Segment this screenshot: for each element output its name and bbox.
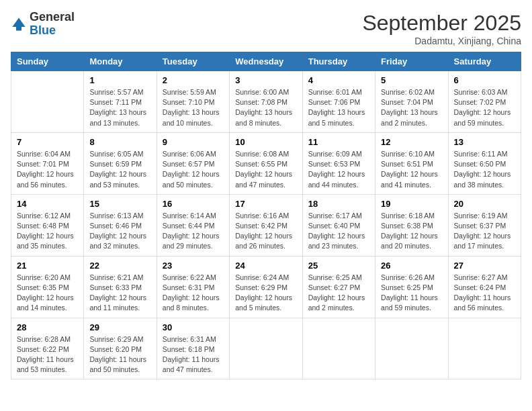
day-header-sunday: Sunday [11, 52, 84, 71]
calendar-cell: 13Sunrise: 6:11 AMSunset: 6:50 PMDayligh… [448, 132, 521, 194]
day-number: 10 [235, 137, 296, 147]
calendar-cell: 30Sunrise: 6:31 AMSunset: 6:18 PMDayligh… [157, 318, 229, 379]
day-number: 16 [163, 199, 224, 209]
logo-text: General Blue [30, 11, 75, 38]
day-number: 22 [89, 261, 150, 271]
day-number: 29 [89, 322, 150, 332]
day-number: 8 [89, 137, 150, 147]
calendar-cell: 14Sunrise: 6:12 AMSunset: 6:48 PMDayligh… [11, 194, 84, 256]
calendar-cell: 7Sunrise: 6:04 AMSunset: 7:01 PMDaylight… [11, 132, 84, 194]
cell-content: Sunrise: 6:00 AMSunset: 7:08 PMDaylight:… [235, 87, 296, 128]
cell-content: Sunrise: 6:13 AMSunset: 6:46 PMDaylight:… [89, 211, 150, 252]
cell-content: Sunrise: 6:24 AMSunset: 6:29 PMDaylight:… [235, 273, 296, 314]
day-header-wednesday: Wednesday [230, 52, 302, 71]
calendar-cell: 1Sunrise: 5:57 AMSunset: 7:11 PMDaylight… [84, 71, 157, 133]
day-header-monday: Monday [84, 52, 157, 71]
day-number: 7 [17, 137, 78, 147]
day-number: 26 [381, 261, 442, 271]
month-title: September 2025 [362, 11, 521, 36]
calendar-cell: 16Sunrise: 6:14 AMSunset: 6:44 PMDayligh… [157, 194, 229, 256]
calendar-cell [448, 318, 521, 379]
calendar-cell [11, 71, 84, 133]
cell-content: Sunrise: 6:09 AMSunset: 6:53 PMDaylight:… [308, 149, 369, 190]
day-number: 18 [308, 199, 369, 209]
calendar-cell: 26Sunrise: 6:26 AMSunset: 6:25 PMDayligh… [375, 256, 448, 318]
cell-content: Sunrise: 6:17 AMSunset: 6:40 PMDaylight:… [308, 211, 369, 252]
day-header-friday: Friday [375, 52, 448, 71]
calendar-cell: 17Sunrise: 6:16 AMSunset: 6:42 PMDayligh… [230, 194, 302, 256]
calendar-cell: 6Sunrise: 6:03 AMSunset: 7:02 PMDaylight… [448, 71, 521, 133]
cell-content: Sunrise: 6:14 AMSunset: 6:44 PMDaylight:… [163, 211, 224, 252]
cell-content: Sunrise: 5:59 AMSunset: 7:10 PMDaylight:… [163, 87, 224, 128]
calendar-cell: 4Sunrise: 6:01 AMSunset: 7:06 PMDaylight… [302, 71, 375, 133]
calendar-cell: 24Sunrise: 6:24 AMSunset: 6:29 PMDayligh… [230, 256, 302, 318]
calendar-cell: 5Sunrise: 6:02 AMSunset: 7:04 PMDaylight… [375, 71, 448, 133]
day-number: 23 [163, 261, 224, 271]
page-header: General Blue September 2025 Dadamtu, Xin… [11, 11, 521, 46]
day-number: 28 [17, 322, 78, 332]
cell-content: Sunrise: 5:57 AMSunset: 7:11 PMDaylight:… [89, 87, 150, 128]
cell-content: Sunrise: 6:04 AMSunset: 7:01 PMDaylight:… [17, 149, 78, 190]
cell-content: Sunrise: 6:27 AMSunset: 6:24 PMDaylight:… [454, 273, 515, 314]
day-number: 21 [17, 261, 78, 271]
day-header-tuesday: Tuesday [157, 52, 229, 71]
day-number: 13 [454, 137, 515, 147]
logo-icon [11, 16, 27, 32]
day-number: 5 [381, 75, 442, 85]
day-number: 9 [163, 137, 224, 147]
calendar-week-row: 1Sunrise: 5:57 AMSunset: 7:11 PMDaylight… [11, 71, 521, 133]
day-number: 15 [89, 199, 150, 209]
day-number: 19 [381, 199, 442, 209]
cell-content: Sunrise: 6:21 AMSunset: 6:33 PMDaylight:… [89, 273, 150, 314]
calendar-cell: 9Sunrise: 6:06 AMSunset: 6:57 PMDaylight… [157, 132, 229, 194]
calendar-cell [230, 318, 302, 379]
calendar-cell: 8Sunrise: 6:05 AMSunset: 6:59 PMDaylight… [84, 132, 157, 194]
calendar-cell: 21Sunrise: 6:20 AMSunset: 6:35 PMDayligh… [11, 256, 84, 318]
calendar-cell: 11Sunrise: 6:09 AMSunset: 6:53 PMDayligh… [302, 132, 375, 194]
calendar-cell: 22Sunrise: 6:21 AMSunset: 6:33 PMDayligh… [84, 256, 157, 318]
day-number: 27 [454, 261, 515, 271]
logo-general: General [30, 10, 75, 24]
day-header-thursday: Thursday [302, 52, 375, 71]
cell-content: Sunrise: 6:12 AMSunset: 6:48 PMDaylight:… [17, 211, 78, 252]
cell-content: Sunrise: 6:03 AMSunset: 7:02 PMDaylight:… [454, 87, 515, 128]
day-number: 11 [308, 137, 369, 147]
cell-content: Sunrise: 6:18 AMSunset: 6:38 PMDaylight:… [381, 211, 442, 252]
calendar-cell: 15Sunrise: 6:13 AMSunset: 6:46 PMDayligh… [84, 194, 157, 256]
day-number: 4 [308, 75, 369, 85]
day-number: 20 [454, 199, 515, 209]
logo-blue: Blue [30, 24, 56, 37]
day-number: 25 [308, 261, 369, 271]
cell-content: Sunrise: 6:28 AMSunset: 6:22 PMDaylight:… [17, 334, 78, 375]
svg-marker-0 [12, 17, 25, 27]
cell-content: Sunrise: 6:22 AMSunset: 6:31 PMDaylight:… [163, 273, 224, 314]
cell-content: Sunrise: 6:02 AMSunset: 7:04 PMDaylight:… [381, 87, 442, 128]
day-number: 1 [89, 75, 150, 85]
cell-content: Sunrise: 6:11 AMSunset: 6:50 PMDaylight:… [454, 149, 515, 190]
calendar-cell: 27Sunrise: 6:27 AMSunset: 6:24 PMDayligh… [448, 256, 521, 318]
day-number: 17 [235, 199, 296, 209]
calendar-header-row: SundayMondayTuesdayWednesdayThursdayFrid… [11, 52, 521, 71]
calendar-cell: 29Sunrise: 6:29 AMSunset: 6:20 PMDayligh… [84, 318, 157, 379]
calendar-cell: 2Sunrise: 5:59 AMSunset: 7:10 PMDaylight… [157, 71, 229, 133]
calendar-cell: 12Sunrise: 6:10 AMSunset: 6:51 PMDayligh… [375, 132, 448, 194]
calendar-week-row: 21Sunrise: 6:20 AMSunset: 6:35 PMDayligh… [11, 256, 521, 318]
day-number: 6 [454, 75, 515, 85]
svg-rect-1 [16, 27, 21, 31]
cell-content: Sunrise: 6:25 AMSunset: 6:27 PMDaylight:… [308, 273, 369, 314]
cell-content: Sunrise: 6:16 AMSunset: 6:42 PMDaylight:… [235, 211, 296, 252]
calendar-cell: 25Sunrise: 6:25 AMSunset: 6:27 PMDayligh… [302, 256, 375, 318]
day-number: 30 [163, 322, 224, 332]
cell-content: Sunrise: 6:31 AMSunset: 6:18 PMDaylight:… [163, 334, 224, 375]
cell-content: Sunrise: 6:19 AMSunset: 6:37 PMDaylight:… [454, 211, 515, 252]
calendar-cell: 3Sunrise: 6:00 AMSunset: 7:08 PMDaylight… [230, 71, 302, 133]
cell-content: Sunrise: 6:01 AMSunset: 7:06 PMDaylight:… [308, 87, 369, 128]
calendar-cell: 28Sunrise: 6:28 AMSunset: 6:22 PMDayligh… [11, 318, 84, 379]
cell-content: Sunrise: 6:05 AMSunset: 6:59 PMDaylight:… [89, 149, 150, 190]
calendar-week-row: 14Sunrise: 6:12 AMSunset: 6:48 PMDayligh… [11, 194, 521, 256]
day-number: 3 [235, 75, 296, 85]
day-number: 24 [235, 261, 296, 271]
calendar-cell: 18Sunrise: 6:17 AMSunset: 6:40 PMDayligh… [302, 194, 375, 256]
cell-content: Sunrise: 6:20 AMSunset: 6:35 PMDaylight:… [17, 273, 78, 314]
calendar-week-row: 7Sunrise: 6:04 AMSunset: 7:01 PMDaylight… [11, 132, 521, 194]
